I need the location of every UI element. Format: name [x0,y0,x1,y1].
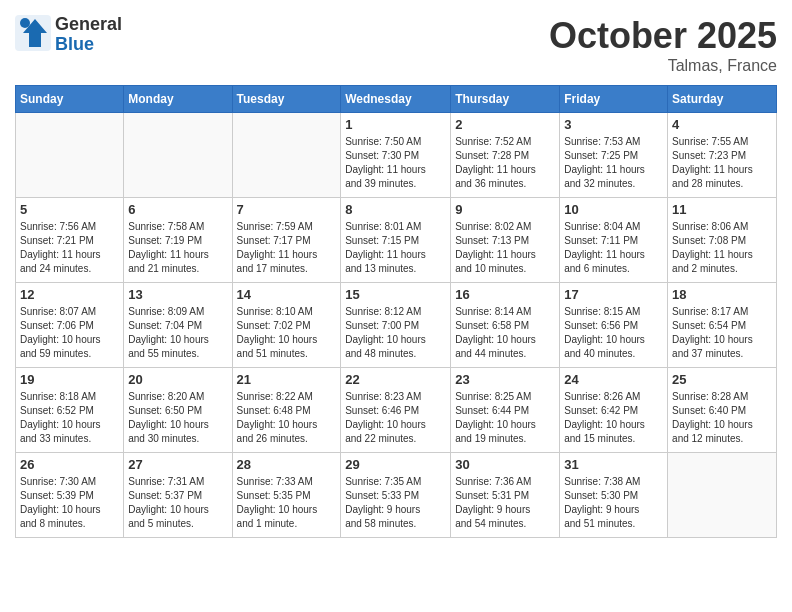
day-info: Sunrise: 7:59 AM Sunset: 7:17 PM Dayligh… [237,220,337,276]
title-block: October 2025 Talmas, France [549,15,777,75]
logo: General Blue [15,15,122,55]
day-info: Sunrise: 7:31 AM Sunset: 5:37 PM Dayligh… [128,475,227,531]
logo-text: General Blue [55,15,122,55]
calendar-cell: 22Sunrise: 8:23 AM Sunset: 6:46 PM Dayli… [341,368,451,453]
week-row: 12Sunrise: 8:07 AM Sunset: 7:06 PM Dayli… [16,283,777,368]
day-info: Sunrise: 7:56 AM Sunset: 7:21 PM Dayligh… [20,220,119,276]
col-header-monday: Monday [124,86,232,113]
day-info: Sunrise: 8:23 AM Sunset: 6:46 PM Dayligh… [345,390,446,446]
day-number: 2 [455,117,555,132]
week-row: 19Sunrise: 8:18 AM Sunset: 6:52 PM Dayli… [16,368,777,453]
day-info: Sunrise: 7:38 AM Sunset: 5:30 PM Dayligh… [564,475,663,531]
calendar-cell: 23Sunrise: 8:25 AM Sunset: 6:44 PM Dayli… [451,368,560,453]
calendar-cell: 17Sunrise: 8:15 AM Sunset: 6:56 PM Dayli… [560,283,668,368]
logo-blue-text: Blue [55,35,122,55]
calendar-cell: 19Sunrise: 8:18 AM Sunset: 6:52 PM Dayli… [16,368,124,453]
day-info: Sunrise: 8:22 AM Sunset: 6:48 PM Dayligh… [237,390,337,446]
calendar-cell: 21Sunrise: 8:22 AM Sunset: 6:48 PM Dayli… [232,368,341,453]
day-info: Sunrise: 8:07 AM Sunset: 7:06 PM Dayligh… [20,305,119,361]
day-info: Sunrise: 8:10 AM Sunset: 7:02 PM Dayligh… [237,305,337,361]
calendar-cell: 10Sunrise: 8:04 AM Sunset: 7:11 PM Dayli… [560,198,668,283]
calendar-cell: 14Sunrise: 8:10 AM Sunset: 7:02 PM Dayli… [232,283,341,368]
day-number: 1 [345,117,446,132]
calendar-cell: 13Sunrise: 8:09 AM Sunset: 7:04 PM Dayli… [124,283,232,368]
calendar-table: SundayMondayTuesdayWednesdayThursdayFrid… [15,85,777,538]
day-number: 12 [20,287,119,302]
day-info: Sunrise: 8:14 AM Sunset: 6:58 PM Dayligh… [455,305,555,361]
col-header-thursday: Thursday [451,86,560,113]
day-number: 30 [455,457,555,472]
day-number: 26 [20,457,119,472]
logo-icon [15,15,51,51]
calendar-cell: 8Sunrise: 8:01 AM Sunset: 7:15 PM Daylig… [341,198,451,283]
calendar-cell: 28Sunrise: 7:33 AM Sunset: 5:35 PM Dayli… [232,453,341,538]
day-number: 25 [672,372,772,387]
day-info: Sunrise: 8:09 AM Sunset: 7:04 PM Dayligh… [128,305,227,361]
day-info: Sunrise: 8:06 AM Sunset: 7:08 PM Dayligh… [672,220,772,276]
col-header-sunday: Sunday [16,86,124,113]
day-number: 15 [345,287,446,302]
day-number: 18 [672,287,772,302]
day-number: 19 [20,372,119,387]
page-header: General Blue October 2025 Talmas, France [15,15,777,75]
day-info: Sunrise: 7:30 AM Sunset: 5:39 PM Dayligh… [20,475,119,531]
calendar-cell: 6Sunrise: 7:58 AM Sunset: 7:19 PM Daylig… [124,198,232,283]
day-number: 28 [237,457,337,472]
day-info: Sunrise: 7:50 AM Sunset: 7:30 PM Dayligh… [345,135,446,191]
calendar-cell: 20Sunrise: 8:20 AM Sunset: 6:50 PM Dayli… [124,368,232,453]
day-info: Sunrise: 7:36 AM Sunset: 5:31 PM Dayligh… [455,475,555,531]
day-info: Sunrise: 8:17 AM Sunset: 6:54 PM Dayligh… [672,305,772,361]
week-row: 5Sunrise: 7:56 AM Sunset: 7:21 PM Daylig… [16,198,777,283]
calendar-cell: 18Sunrise: 8:17 AM Sunset: 6:54 PM Dayli… [668,283,777,368]
day-number: 9 [455,202,555,217]
calendar-cell: 26Sunrise: 7:30 AM Sunset: 5:39 PM Dayli… [16,453,124,538]
day-number: 10 [564,202,663,217]
calendar-cell: 12Sunrise: 8:07 AM Sunset: 7:06 PM Dayli… [16,283,124,368]
day-number: 27 [128,457,227,472]
day-info: Sunrise: 7:55 AM Sunset: 7:23 PM Dayligh… [672,135,772,191]
calendar-cell: 3Sunrise: 7:53 AM Sunset: 7:25 PM Daylig… [560,113,668,198]
calendar-cell: 2Sunrise: 7:52 AM Sunset: 7:28 PM Daylig… [451,113,560,198]
day-number: 31 [564,457,663,472]
calendar-cell: 30Sunrise: 7:36 AM Sunset: 5:31 PM Dayli… [451,453,560,538]
calendar-cell: 31Sunrise: 7:38 AM Sunset: 5:30 PM Dayli… [560,453,668,538]
day-number: 24 [564,372,663,387]
svg-point-2 [20,18,30,28]
day-info: Sunrise: 8:20 AM Sunset: 6:50 PM Dayligh… [128,390,227,446]
calendar-cell: 27Sunrise: 7:31 AM Sunset: 5:37 PM Dayli… [124,453,232,538]
day-number: 11 [672,202,772,217]
calendar-cell: 5Sunrise: 7:56 AM Sunset: 7:21 PM Daylig… [16,198,124,283]
calendar-cell [124,113,232,198]
day-number: 7 [237,202,337,217]
logo-general-text: General [55,15,122,35]
day-number: 6 [128,202,227,217]
day-info: Sunrise: 8:01 AM Sunset: 7:15 PM Dayligh… [345,220,446,276]
calendar-cell: 15Sunrise: 8:12 AM Sunset: 7:00 PM Dayli… [341,283,451,368]
col-header-friday: Friday [560,86,668,113]
day-info: Sunrise: 7:52 AM Sunset: 7:28 PM Dayligh… [455,135,555,191]
col-header-wednesday: Wednesday [341,86,451,113]
day-info: Sunrise: 8:12 AM Sunset: 7:00 PM Dayligh… [345,305,446,361]
calendar-cell [668,453,777,538]
header-row: SundayMondayTuesdayWednesdayThursdayFrid… [16,86,777,113]
calendar-cell: 24Sunrise: 8:26 AM Sunset: 6:42 PM Dayli… [560,368,668,453]
week-row: 1Sunrise: 7:50 AM Sunset: 7:30 PM Daylig… [16,113,777,198]
day-info: Sunrise: 8:04 AM Sunset: 7:11 PM Dayligh… [564,220,663,276]
day-number: 20 [128,372,227,387]
calendar-cell: 1Sunrise: 7:50 AM Sunset: 7:30 PM Daylig… [341,113,451,198]
day-number: 4 [672,117,772,132]
day-number: 22 [345,372,446,387]
day-number: 3 [564,117,663,132]
calendar-cell: 11Sunrise: 8:06 AM Sunset: 7:08 PM Dayli… [668,198,777,283]
day-info: Sunrise: 8:18 AM Sunset: 6:52 PM Dayligh… [20,390,119,446]
day-info: Sunrise: 8:28 AM Sunset: 6:40 PM Dayligh… [672,390,772,446]
calendar-cell [232,113,341,198]
day-info: Sunrise: 7:53 AM Sunset: 7:25 PM Dayligh… [564,135,663,191]
day-info: Sunrise: 8:25 AM Sunset: 6:44 PM Dayligh… [455,390,555,446]
day-info: Sunrise: 7:35 AM Sunset: 5:33 PM Dayligh… [345,475,446,531]
calendar-cell: 16Sunrise: 8:14 AM Sunset: 6:58 PM Dayli… [451,283,560,368]
day-number: 21 [237,372,337,387]
day-number: 29 [345,457,446,472]
day-info: Sunrise: 7:58 AM Sunset: 7:19 PM Dayligh… [128,220,227,276]
calendar-cell: 9Sunrise: 8:02 AM Sunset: 7:13 PM Daylig… [451,198,560,283]
